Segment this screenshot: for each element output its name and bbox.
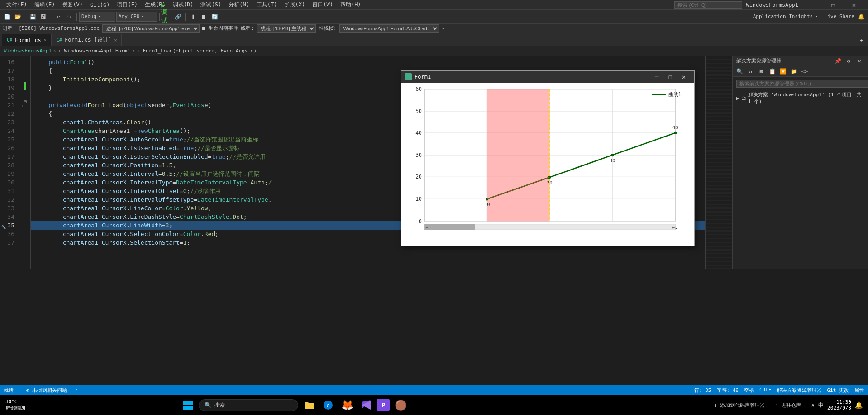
notifications-btn[interactable]: 🔔 <box>856 12 866 22</box>
form1-maximize[interactable]: ❐ <box>663 71 677 83</box>
taskbar-orange-app[interactable]: 🟤 <box>392 397 409 413</box>
line-17: 17 <box>0 66 18 75</box>
new-file-btn[interactable]: 📄 <box>2 12 12 22</box>
tab-form1-design[interactable]: C# Form1.cs [设计] ✕ <box>52 34 122 46</box>
sol-props-btn[interactable]: 📋 <box>767 66 777 76</box>
taskbar-purple-app[interactable]: P <box>377 399 390 411</box>
menu-tools[interactable]: 工具(T) <box>254 0 280 9</box>
menu-test[interactable]: 测试(S) <box>198 0 224 9</box>
breadcrumb-project[interactable]: WindowsFormsApp1 <box>4 48 52 54</box>
taskbar-add-to-repo[interactable]: ↑ 添加到代码库管理器 <box>714 402 765 409</box>
language-icon[interactable]: 中 <box>818 401 824 409</box>
taskbar-store[interactable]: ↑ 进驻仓库 <box>775 402 801 409</box>
menu-edit[interactable]: 编辑(E) <box>32 0 58 9</box>
live-share-btn[interactable]: Live Share <box>825 14 854 19</box>
taskbar-divider: | <box>768 402 772 408</box>
form1-minimize[interactable]: ─ <box>650 71 663 83</box>
run-button[interactable]: ▶ 调试(A) <box>162 12 172 22</box>
gutter: ⊟ <box>23 56 31 269</box>
taskbar-right: ↑ 添加到代码库管理器 | ↑ 进驻仓库 | ∧ 中 11:30 2023/9/… <box>714 399 863 411</box>
menu-project[interactable]: 项目(P) <box>114 0 140 9</box>
solution-tree: ▶ 🗂 解决方案 'WindowsFormsApp1' (1 个项目，共 1 个… <box>733 90 868 269</box>
breadcrumb-method[interactable]: ↓ Form1_Load(object sender, EventArgs e) <box>137 48 257 54</box>
close-button[interactable]: ✕ <box>844 0 864 10</box>
solution-explorer-settings[interactable]: ⚙ <box>844 56 854 66</box>
line-16: 16 <box>0 58 18 66</box>
thread-dropdown[interactable]: 线程: [13044] 主线程 <box>257 24 316 33</box>
line-26: 26 <box>0 144 18 152</box>
taskbar-search[interactable]: 🔍 搜索 <box>199 399 298 411</box>
status-git[interactable]: Git 更改 <box>827 387 849 394</box>
status-props[interactable]: 属性 <box>854 387 864 394</box>
solution-explorer-header: 解决方案资源管理器 📌 ⚙ ✕ <box>733 56 868 66</box>
sol-code-btn[interactable]: <> <box>800 66 810 76</box>
restart-btn[interactable]: 🔄 <box>210 12 219 22</box>
line-22: 22 <box>0 109 18 118</box>
process-dropdown[interactable]: 进程: [5280] WindowsFormsApp1.exe <box>102 24 200 33</box>
debug-mode-dropdown[interactable]: Debug ▾ <box>79 12 115 22</box>
pause-btn[interactable]: ⏸ <box>188 12 198 22</box>
taskbar-file-explorer[interactable] <box>301 397 317 413</box>
maximize-button[interactable]: ❐ <box>823 0 844 10</box>
svg-text:e: e <box>327 402 330 409</box>
solution-root[interactable]: ▶ 🗂 解决方案 'WindowsFormsApp1' (1 个项目，共 1 个… <box>733 90 868 106</box>
scroll-right-icon[interactable]: ► <box>672 225 675 230</box>
sol-search-btn[interactable]: 🔍 <box>734 66 744 76</box>
menu-debug[interactable]: 调试(D) <box>170 0 196 9</box>
sep1 <box>25 13 25 21</box>
redo-btn[interactable]: ↪ <box>64 12 74 22</box>
sol-refresh-btn[interactable]: ↻ <box>745 66 755 76</box>
menu-file[interactable]: 文件(F) <box>4 0 30 9</box>
menu-search-input[interactable] <box>674 1 742 9</box>
cpu-dropdown[interactable]: Any CPU ▾ <box>116 12 157 22</box>
sol-collapse-btn[interactable]: ⊟ <box>756 66 766 76</box>
status-space: 空格 <box>744 387 754 394</box>
tab-form1-cs-close[interactable]: ✕ <box>44 38 47 42</box>
solution-icon: 🗂 <box>741 95 746 101</box>
save-all-btn[interactable]: 🖫 <box>38 12 48 22</box>
stop-btn[interactable]: ⏹ <box>199 12 209 22</box>
breadcrumb-class[interactable]: ↓ WindowsFormsApp1.Form1 <box>58 48 130 54</box>
attach-btn[interactable]: 🔗 <box>173 12 183 22</box>
menu-extensions[interactable]: 扩展(X) <box>282 0 308 9</box>
solution-explorer-close[interactable]: ✕ <box>854 56 864 66</box>
coverage-indicator <box>24 82 26 90</box>
scroll-left-icon[interactable]: ◄ <box>425 225 428 230</box>
solution-explorer-pin[interactable]: 📌 <box>833 56 843 66</box>
start-button[interactable] <box>180 397 196 413</box>
add-tab-btn[interactable]: + <box>856 36 866 46</box>
save-btn[interactable]: 💾 <box>28 12 38 22</box>
sol-new-sol-btn[interactable]: 📁 <box>789 66 799 76</box>
notification-center[interactable]: 🔔 <box>855 401 863 409</box>
taskbar-edge[interactable]: e <box>320 397 336 413</box>
tab-form1-design-close[interactable]: ✕ <box>114 38 117 42</box>
solution-explorer: 解决方案资源管理器 📌 ⚙ ✕ 🔍 ↻ ⊟ 📋 🔽 📁 <> ▶ 🗂 <box>732 56 868 269</box>
stack-dropdown[interactable]: WindowsFormsApp1.Form1.AddChart... <box>339 24 439 33</box>
sol-filter-btn[interactable]: 🔽 <box>778 66 788 76</box>
app-insights-btn[interactable]: Application Insights <box>753 14 813 19</box>
menu-help[interactable]: 帮助(H) <box>338 0 364 9</box>
open-btn[interactable]: 📂 <box>13 12 23 22</box>
fold-indicator-21[interactable]: ⊟ <box>24 99 27 104</box>
stack-label: 堆栈帧: <box>319 25 337 32</box>
svg-text:20: 20 <box>415 174 422 180</box>
menu-window[interactable]: 窗口(W) <box>310 0 336 9</box>
taskbar-vs[interactable] <box>358 397 374 413</box>
stack-expand[interactable]: ▾ <box>442 25 445 31</box>
solution-search-input[interactable] <box>736 80 868 88</box>
menu-view[interactable]: 视图(V) <box>59 0 86 9</box>
system-tray-expand[interactable]: ∧ <box>811 402 815 408</box>
menu-analyze[interactable]: 分析(N) <box>226 0 252 9</box>
minimize-button[interactable]: ─ <box>802 0 823 10</box>
status-sol-explorer[interactable]: 解决方案资源管理器 <box>777 387 822 394</box>
undo-btn[interactable]: ↩ <box>53 12 63 22</box>
tab-form1-cs[interactable]: C# Form1.cs ✕ <box>2 34 52 46</box>
svg-text:30: 30 <box>415 152 422 158</box>
taskbar-firefox[interactable]: 🦊 <box>339 397 355 413</box>
chart-scrollbar-thumb[interactable] <box>424 224 475 230</box>
form1-body: 60 50 40 30 20 10 0 1 2 3 4 0 <box>401 83 694 246</box>
lifecycle-btn[interactable]: ■ 生命周期事件 <box>202 25 238 32</box>
sep2 <box>51 13 51 21</box>
menu-git[interactable]: Git(G) <box>87 1 112 9</box>
form1-close[interactable]: ✕ <box>677 71 691 83</box>
